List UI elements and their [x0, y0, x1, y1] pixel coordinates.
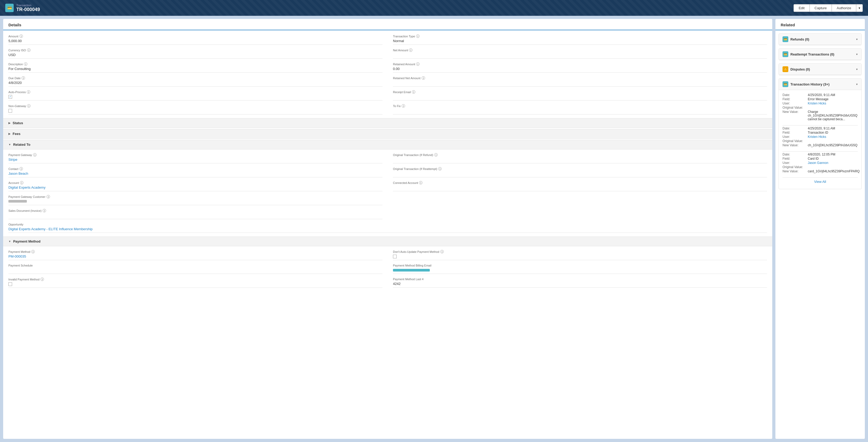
to-fix-label: To Fix ℹ [393, 104, 767, 108]
orig-refund-label: Original Transaction (If Refund) ℹ [393, 153, 767, 156]
refunds-dropdown-icon[interactable]: ▾ [856, 38, 858, 41]
disputes-icon: ⚠ [782, 66, 788, 72]
history-entry-2-user-row: User: Jason Gannon [782, 161, 858, 165]
view-all-link[interactable]: View All [814, 180, 826, 184]
retained-net-amount-info-icon[interactable]: ℹ [422, 76, 425, 80]
disputes-header[interactable]: ⚠ Disputes (0) ▾ [779, 64, 861, 75]
retained-amount-label: Retained Amount ℹ [393, 62, 767, 66]
payment-gateway-info-icon[interactable]: ℹ [33, 153, 37, 156]
auto-process-checkbox[interactable] [8, 95, 12, 99]
pm-id-info-icon[interactable]: ℹ [31, 250, 35, 253]
history-entry-1-user-link[interactable]: Kristen Hicks [808, 135, 826, 139]
fees-label: Fees [12, 132, 21, 136]
payment-method-content: Payment Method ℹ PM-000035 ✏ Payment Sch… [8, 246, 767, 292]
transaction-type-info-icon[interactable]: ℹ [416, 34, 420, 38]
history-entry-0-new-row: New Value: Charge ch_1GVjDKLhc95Z39PIHJd… [782, 110, 858, 121]
payment-gateway-customer-info-icon[interactable]: ℹ [46, 195, 50, 198]
related-to-section-header[interactable]: ▼ Related To [3, 140, 772, 149]
non-gateway-checkbox[interactable] [8, 109, 12, 113]
due-date-info-icon[interactable]: ℹ [22, 76, 25, 80]
currency-value: USD ✏ [8, 52, 382, 59]
capture-button[interactable]: Capture [810, 4, 832, 12]
refunds-icon: 💳 [782, 36, 788, 42]
history-entry-1-field-row: Field: Transaction ID [782, 131, 858, 135]
reattempt-section: 💳 Reattempt Transactions (0) ▾ [779, 49, 862, 60]
retained-amount-info-icon[interactable]: ℹ [416, 62, 420, 66]
non-gateway-info-icon[interactable]: ℹ [27, 104, 31, 108]
edit-button[interactable]: Edit [794, 4, 809, 12]
history-entry-0-orig-row: Original Value: [782, 106, 858, 110]
history-entry-1-field-value: Transaction ID [808, 131, 828, 135]
payment-method-section-header[interactable]: ▼ Payment Method [3, 237, 772, 246]
transaction-history-title: Transaction History (3+) [790, 82, 854, 86]
invalid-payment-value: ✏ [8, 282, 382, 288]
related-to-content: Payment Gateway ℹ Stripe ✏ Contact [8, 149, 767, 233]
account-field-group: Account ℹ Digital Experts Academy ✏ [8, 181, 382, 191]
pm-id-link[interactable]: PM-000035 [8, 255, 26, 258]
dont-auto-update-checkbox[interactable] [393, 255, 397, 258]
billing-email-label: Payment Method Billing Email [393, 264, 767, 267]
dropdown-button[interactable]: ▾ [856, 4, 863, 12]
connected-account-info-icon[interactable]: ℹ [419, 181, 423, 184]
to-fix-info-icon[interactable]: ℹ [402, 104, 405, 108]
contact-link[interactable]: Jason Beach [8, 172, 28, 175]
status-section-header[interactable]: ▶ Status [3, 118, 772, 128]
last4-label: Payment Method Last 4 [393, 277, 767, 281]
transaction-history-dropdown-icon[interactable]: ▾ [856, 83, 858, 86]
payment-method-left: Payment Method ℹ PM-000035 ✏ Payment Sch… [8, 250, 382, 292]
account-info-icon[interactable]: ℹ [20, 181, 23, 184]
payment-gateway-customer-value: ✏ [8, 199, 382, 205]
refunds-section: 💳 Refunds (0) ▾ [779, 33, 862, 45]
orig-reattempt-info-icon[interactable]: ℹ [438, 167, 442, 171]
transaction-history-header[interactable]: 💳 Transaction History (3+) ▾ [779, 79, 861, 90]
action-button-group: Edit Capture Authorize ▾ [794, 4, 863, 12]
history-entry-1-user-label: User: [782, 135, 806, 139]
auto-process-info-icon[interactable]: ℹ [27, 90, 30, 94]
history-entry-2-date-row: Date: 4/8/2020, 12:05 PM [782, 153, 858, 156]
reattempt-header[interactable]: 💳 Reattempt Transactions (0) ▾ [779, 49, 861, 60]
authorize-button[interactable]: Authorize [832, 4, 856, 12]
fees-section-header[interactable]: ▶ Fees [3, 129, 772, 139]
details-form-grid: Amount ℹ 5,000.00 ✏ Currency ISO ℹ [8, 34, 767, 118]
net-amount-info-icon[interactable]: ℹ [409, 49, 412, 52]
opportunity-link[interactable]: Digital Experts Academy - ELITE Influenc… [8, 227, 93, 231]
history-entry-2-date-value: 4/8/2020, 12:05 PM [808, 153, 835, 156]
right-fields: Transaction Type ℹ Normal ✏ Net Amount ℹ [393, 34, 767, 118]
disputes-dropdown-icon[interactable]: ▾ [856, 68, 858, 71]
amount-info-icon[interactable]: ℹ [20, 34, 23, 38]
orig-refund-value: ✏ [393, 157, 767, 164]
invalid-payment-checkbox[interactable] [8, 282, 12, 286]
receipt-email-info-icon[interactable]: ℹ [412, 90, 415, 94]
dont-auto-update-info-icon[interactable]: ℹ [440, 250, 444, 253]
contact-info-icon[interactable]: ℹ [20, 167, 23, 171]
details-heading: Details [3, 19, 772, 30]
payment-gateway-label: Payment Gateway ℹ [8, 153, 382, 156]
main-container: Details Amount ℹ 5,000.00 ✏ [0, 16, 868, 442]
sales-document-field-group: Sales Document (Invoice) ℹ ✏ [8, 209, 382, 219]
account-link[interactable]: Digital Experts Academy [8, 185, 45, 189]
disputes-title: Disputes (0) [790, 67, 854, 71]
header-title: TR-000049 [16, 7, 40, 12]
status-arrow-icon: ▶ [8, 122, 10, 124]
payment-method-arrow-icon: ▼ [8, 240, 11, 243]
invalid-payment-info-icon[interactable]: ℹ [40, 277, 44, 281]
description-field-group: Description ℹ For Consulting ✏ [8, 62, 382, 72]
history-entry-0-user-link[interactable]: Kristen Hicks [808, 101, 826, 105]
description-info-icon[interactable]: ℹ [24, 62, 27, 66]
orig-reattempt-value: ✏ [393, 171, 767, 177]
history-entry-2-date-label: Date: [782, 153, 806, 156]
header-subtitle: Transaction [16, 4, 40, 7]
refunds-header[interactable]: 💳 Refunds (0) ▾ [779, 34, 861, 45]
reattempt-dropdown-icon[interactable]: ▾ [856, 53, 858, 56]
currency-info-icon[interactable]: ℹ [27, 49, 31, 52]
details-panel: Details Amount ℹ 5,000.00 ✏ [3, 19, 772, 439]
sales-document-info-icon[interactable]: ℹ [42, 209, 46, 212]
payment-gateway-link[interactable]: Stripe [8, 157, 18, 161]
payment-method-grid: Payment Method ℹ PM-000035 ✏ Payment Sch… [8, 250, 767, 292]
app-header: 💳 Transaction TR-000049 Edit Capture Aut… [0, 0, 868, 16]
header-actions: Edit Capture Authorize ▾ [794, 4, 863, 12]
history-entry-2-user-link[interactable]: Jason Gannon [808, 161, 828, 165]
payment-schedule-value: ✏ [8, 268, 382, 274]
history-entry-1-date-label: Date: [782, 126, 806, 130]
orig-refund-info-icon[interactable]: ℹ [434, 153, 438, 156]
